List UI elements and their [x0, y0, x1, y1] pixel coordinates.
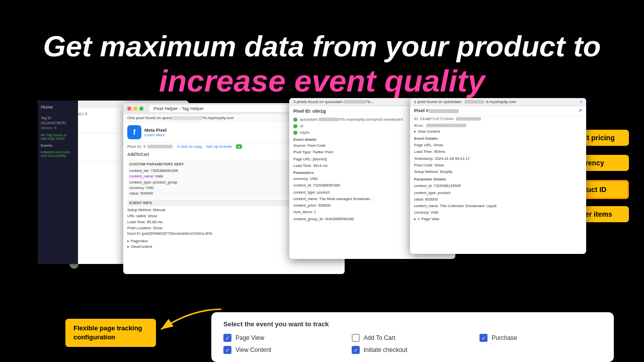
view-content-check-icon: ✓ [225, 347, 229, 353]
left-sidebar: Home Tag ID: 2012643738752 Version: 5 No… [38, 101, 78, 264]
initiate-checkout-checkbox[interactable]: ✓ [352, 346, 360, 354]
far-right-screenshot: 1 pixel found on quickstart-b.myshopify.… [410, 98, 586, 254]
far-right-view-content[interactable]: ▸ View Content [410, 129, 586, 134]
hero-section: Get maximum data from your product to in… [0, 0, 644, 100]
far-right-pixel-id: Pixel # ↗ [410, 106, 586, 116]
far-right-timestamp: Timestamp: 2024-01-08 09:21:17 [410, 155, 586, 162]
far-right-brow-row: Brow: [410, 122, 586, 129]
far-right-content-type: content_type: product [410, 190, 586, 196]
far-right-setup-method: Setup Method: Shopify [410, 168, 586, 175]
initiate-checkout-check[interactable]: ✓ Initiate checkout [352, 346, 474, 354]
learn-more-link[interactable]: Learn More [144, 133, 167, 137]
sidebar-event-item: Initialized event was sent successfully. [38, 150, 78, 158]
far-right-page-view[interactable]: ▸ ● Page View [410, 216, 586, 222]
view-content-check[interactable]: ✓ View Content [223, 346, 346, 354]
meta-pixel-label: Meta Pixel [144, 128, 167, 133]
add-to-cart-label: AddToCart [127, 152, 149, 157]
sidebar-home[interactable]: Home [38, 101, 78, 114]
sidebar-tag-id: Tag ID: 2012643738752 Version: 5 [38, 114, 78, 132]
screenshots-container: Home Tag ID: 2012643738752 Version: 5 No… [38, 98, 606, 342]
far-right-currency: currency: VND [410, 209, 586, 216]
browser-dot-green [139, 107, 143, 111]
sidebar-status: No Tag issues or warnings found [38, 132, 78, 141]
far-right-param-details: Parameter Details [410, 175, 586, 183]
initiate-checkout-label: Initiate checkout [364, 346, 408, 353]
initiate-check-icon: ✓ [354, 347, 358, 353]
far-right-load-time: Load Time: 454ms [410, 148, 586, 155]
view-content-checkbox[interactable]: ✓ [223, 346, 231, 354]
far-right-id-row: ID: CE4BF7UC77UD04 [410, 116, 586, 122]
browser-dot-yellow [133, 107, 137, 111]
far-right-value: value: 603000 [410, 196, 586, 203]
far-right-page-url: Page URL: Show [410, 142, 586, 148]
far-right-pixel-code: Pixel Code: Show [410, 162, 586, 168]
browser-dot-red [127, 107, 131, 111]
far-right-content-name: content_name: The Collection Snowboard: … [410, 203, 586, 209]
far-right-content-id: content_id: 7326388125905 [410, 183, 586, 189]
hero-title-line2: increase event quality [0, 62, 644, 100]
view-content-check-label: View Content [235, 346, 271, 353]
meta-icon: f [127, 125, 141, 139]
hero-title-line1: Get maximum data from your product to [0, 30, 644, 62]
sidebar-events-label: Events [38, 141, 78, 150]
far-right-event-details: Event Details [410, 134, 586, 142]
